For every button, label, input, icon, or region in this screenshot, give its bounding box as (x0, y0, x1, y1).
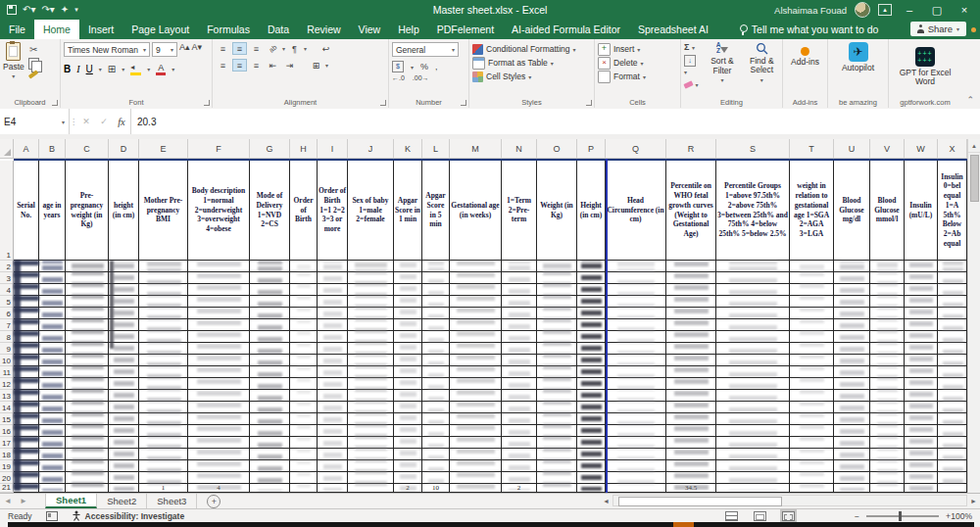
cell-C15[interactable] (66, 413, 109, 425)
column-header-C[interactable]: C (66, 139, 109, 159)
cell-F10[interactable] (188, 355, 250, 366)
cell-I14[interactable] (318, 402, 348, 413)
cell-V10[interactable] (870, 355, 905, 366)
cell-S1[interactable]: Percentile Groups 1=above 97.5th% 2=abov… (716, 161, 790, 261)
cell-V9[interactable] (870, 343, 905, 355)
cell-N1[interactable]: 1=Term 2=Pre-term (502, 161, 537, 261)
scroll-up-icon[interactable]: ▲ (968, 139, 980, 153)
row-header-12[interactable]: 12 (0, 378, 14, 390)
cell-P6[interactable] (577, 308, 606, 319)
cell-U10[interactable] (834, 355, 870, 366)
cell-W7[interactable] (905, 319, 938, 331)
cell-E15[interactable] (139, 413, 188, 425)
cell-S18[interactable] (716, 449, 790, 460)
cell-Q19[interactable] (606, 460, 666, 472)
cell-C20[interactable] (66, 472, 109, 484)
cell-V15[interactable] (870, 413, 905, 425)
decrease-indent-icon[interactable]: ⇤ (266, 59, 280, 72)
cell-R3[interactable] (666, 272, 716, 284)
cell-H16[interactable] (290, 425, 318, 437)
undo-icon[interactable]: ↶▾ (23, 5, 35, 15)
percent-style-icon[interactable]: % (420, 62, 428, 72)
cell-P8[interactable] (577, 331, 606, 343)
cell-S6[interactable] (716, 308, 790, 319)
cell-L1[interactable]: Apgar Score in 5 min (422, 161, 450, 261)
cell-Q13[interactable] (606, 390, 666, 402)
row-header-14[interactable]: 14 (0, 402, 14, 413)
cell-I3[interactable] (318, 272, 348, 284)
cell-O3[interactable] (537, 272, 577, 284)
cell-I21[interactable] (318, 484, 348, 493)
cell-T17[interactable] (790, 437, 834, 449)
cell-Q20[interactable] (606, 472, 666, 484)
clipboard-dialog-launcher[interactable] (52, 100, 58, 106)
column-header-A[interactable]: A (14, 139, 39, 159)
cell-G16[interactable] (250, 425, 290, 437)
cell-A5[interactable] (14, 296, 39, 308)
cell-T14[interactable] (790, 402, 834, 413)
cell-M3[interactable] (450, 272, 502, 284)
cell-L2[interactable] (422, 261, 450, 272)
cell-R8[interactable] (666, 331, 716, 343)
cell-O8[interactable] (537, 331, 577, 343)
row-header-3[interactable]: 3 (0, 272, 14, 284)
cell-I6[interactable] (318, 308, 348, 319)
cell-K21[interactable]: 2 (394, 484, 422, 493)
cell-F19[interactable] (188, 460, 250, 472)
cell-T4[interactable] (790, 284, 834, 296)
cell-R6[interactable] (666, 308, 716, 319)
cell-K20[interactable] (394, 472, 422, 484)
cell-B15[interactable] (39, 413, 66, 425)
insert-function-icon[interactable]: fx (113, 117, 130, 127)
cell-W9[interactable] (905, 343, 938, 355)
cell-P21[interactable] (577, 484, 606, 493)
cell-A12[interactable] (14, 378, 39, 390)
addins-button[interactable]: Add-ins (786, 43, 824, 67)
cell-K14[interactable] (394, 402, 422, 413)
cell-X15[interactable] (938, 413, 967, 425)
cell-A18[interactable] (14, 449, 39, 460)
cell-U12[interactable] (834, 378, 870, 390)
cell-M21[interactable] (450, 484, 502, 493)
cell-O18[interactable] (537, 449, 577, 460)
cell-N17[interactable] (502, 437, 537, 449)
cell-W18[interactable] (905, 449, 938, 460)
cell-W5[interactable] (905, 296, 938, 308)
cell-P12[interactable] (577, 378, 606, 390)
cell-R16[interactable] (666, 425, 716, 437)
column-header-X[interactable]: X (938, 139, 967, 159)
cell-E13[interactable] (139, 390, 188, 402)
cell-X18[interactable] (938, 449, 967, 460)
cell-J17[interactable] (348, 437, 394, 449)
cell-X6[interactable] (938, 308, 967, 319)
cell-W17[interactable] (905, 437, 938, 449)
cell-Q11[interactable] (606, 366, 666, 378)
cell-I19[interactable] (318, 460, 348, 472)
cell-N8[interactable] (502, 331, 537, 343)
cell-X13[interactable] (938, 390, 967, 402)
cell-O17[interactable] (537, 437, 577, 449)
cell-M1[interactable]: Gestational age (in weeks) (450, 161, 502, 261)
cell-F4[interactable] (188, 284, 250, 296)
copy-icon[interactable] (28, 58, 39, 70)
cell-J6[interactable] (348, 308, 394, 319)
comma-style-icon[interactable]: , (435, 62, 438, 72)
borders-icon[interactable]: ⊞ (108, 64, 116, 74)
cell-N4[interactable] (502, 284, 537, 296)
cell-H9[interactable] (290, 343, 318, 355)
cell-S16[interactable] (716, 425, 790, 437)
cell-J3[interactable] (348, 272, 394, 284)
cell-T5[interactable] (790, 296, 834, 308)
cell-L14[interactable] (422, 402, 450, 413)
cell-D18[interactable] (109, 449, 139, 460)
cell-T9[interactable] (790, 343, 834, 355)
cell-X8[interactable] (938, 331, 967, 343)
cell-X21[interactable] (938, 484, 967, 493)
cell-H7[interactable] (290, 319, 318, 331)
cell-P15[interactable] (577, 413, 606, 425)
cell-I16[interactable] (318, 425, 348, 437)
cell-J20[interactable] (348, 472, 394, 484)
cell-R21[interactable]: 34.5 (666, 484, 716, 493)
cell-H8[interactable] (290, 331, 318, 343)
column-header-K[interactable]: K (394, 139, 422, 159)
